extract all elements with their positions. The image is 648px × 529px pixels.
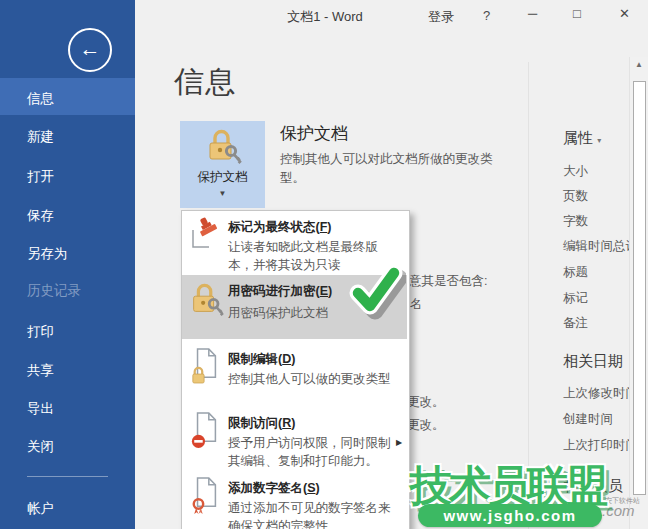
vertical-scrollbar[interactable]: ▲ bbox=[629, 57, 648, 529]
menu-title-text: ) bbox=[327, 220, 331, 234]
minimize-icon[interactable]: ─ bbox=[528, 6, 537, 21]
sidebar-item-save[interactable]: 保存 bbox=[27, 207, 54, 225]
scrollbar-up-arrow-icon[interactable]: ▲ bbox=[630, 60, 648, 69]
property-label-size: 大小 bbox=[563, 163, 588, 180]
maximize-icon[interactable]: □ bbox=[573, 6, 581, 21]
menu-desc: 本，并将其设为只读 bbox=[228, 257, 341, 274]
menu-desc: 其编辑、复制和打印能力。 bbox=[228, 453, 378, 470]
backstage-sidebar: ← 信息 新建 打开 保存 另存为 历史记录 打印 共享 导出 关闭 帐户 bbox=[0, 0, 135, 529]
menu-title-text: 限制访问( bbox=[228, 416, 282, 430]
property-label-edit-time: 编辑时间总计 bbox=[563, 238, 638, 255]
sidebar-divider bbox=[27, 476, 108, 477]
window-title: 文档1 - Word bbox=[287, 8, 363, 26]
property-label-comments: 备注 bbox=[563, 315, 588, 332]
menu-desc: 通过添加不可见的数字签名来 bbox=[228, 500, 391, 517]
property-label-printed: 上次打印时间 bbox=[563, 437, 638, 454]
secondary-watermark-domain: .com bbox=[602, 502, 635, 519]
property-label-tags: 标记 bbox=[563, 290, 588, 307]
document-lock-icon bbox=[190, 347, 222, 391]
green-checkmark-icon bbox=[344, 262, 406, 326]
menu-title-text: ) bbox=[316, 481, 320, 495]
protect-document-menu: 标记为最终状态(F) 让读者知晓此文档是最终版 本，并将其设为只读 用密码进行加… bbox=[181, 210, 410, 529]
stamp-icon bbox=[190, 217, 222, 253]
menu-desc: 授予用户访问权限，同时限制 bbox=[228, 435, 391, 452]
property-label-words: 字数 bbox=[563, 213, 588, 230]
sidebar-item-saveas[interactable]: 另存为 bbox=[27, 245, 68, 263]
menu-desc: 确保文档的完整性 bbox=[228, 518, 328, 529]
menu-title-text: 限制编辑( bbox=[228, 352, 282, 366]
menu-item-restrict-access[interactable]: 限制访问(R) 授予用户访问权限，同时限制 ▶ 其编辑、复制和打印能力。 bbox=[182, 407, 407, 473]
close-icon[interactable]: ✕ bbox=[619, 6, 630, 21]
sidebar-item-history: 历史记录 bbox=[27, 282, 81, 300]
submenu-arrow-icon: ▶ bbox=[396, 438, 402, 447]
background-fragment-name: 名 bbox=[410, 296, 423, 313]
watermark-url-pill: www.jsgho.com bbox=[418, 504, 602, 527]
sidebar-item-info-highlight[interactable] bbox=[0, 78, 135, 115]
sidebar-item-close-doc[interactable]: 关闭 bbox=[27, 438, 54, 456]
menu-desc: 用密码保护此文档 bbox=[228, 305, 328, 322]
word-backstage-window: 文档1 - Word 登录 ? ─ □ ✕ ← 信息 新建 打开 保存 另存为 … bbox=[0, 0, 648, 529]
protect-section-desc-line1: 控制其他人可以对此文档所做的更改类 bbox=[280, 150, 493, 169]
background-fragment-changes2: 更改。 bbox=[407, 417, 445, 434]
menu-desc: 控制其他人可以做的更改类型 bbox=[228, 371, 391, 388]
access-key: E bbox=[320, 284, 328, 298]
scrollbar-thumb[interactable] bbox=[633, 81, 646, 495]
sign-in-button[interactable]: 登录 bbox=[428, 8, 454, 26]
lock-key-icon bbox=[204, 127, 242, 171]
document-restrict-icon bbox=[190, 411, 222, 455]
lock-key-icon bbox=[187, 281, 225, 323]
menu-item-restrict-editing[interactable]: 限制编辑(D) 控制其他人可以做的更改类型 bbox=[182, 343, 407, 405]
property-label-modified: 上次修改时间 bbox=[563, 385, 638, 402]
property-label-title: 标题 bbox=[563, 264, 588, 281]
document-signature-icon bbox=[190, 476, 222, 520]
protect-button-label: 保护文档 bbox=[180, 169, 265, 186]
menu-title-text: ) bbox=[291, 352, 295, 366]
menu-desc: 让读者知晓此文档是最终版 bbox=[228, 239, 378, 256]
sidebar-item-open[interactable]: 打开 bbox=[27, 168, 54, 186]
menu-item-add-digital-signature[interactable]: 添加数字签名(S) 通过添加不可见的数字签名来 确保文档的完整性 bbox=[182, 473, 407, 529]
page-title: 信息 bbox=[174, 62, 236, 103]
menu-title-text: ) bbox=[328, 284, 332, 298]
access-key: S bbox=[307, 481, 315, 495]
related-dates-header: 相关日期 bbox=[563, 352, 623, 371]
menu-title-text: ) bbox=[291, 416, 295, 430]
properties-header-label: 属性 bbox=[563, 129, 593, 146]
sidebar-item-export[interactable]: 导出 bbox=[27, 400, 54, 418]
sidebar-item-info[interactable]: 信息 bbox=[27, 90, 54, 108]
chevron-down-icon: ▾ bbox=[597, 136, 601, 145]
sidebar-item-print[interactable]: 打印 bbox=[27, 323, 54, 341]
background-fragment-changes1: 更改。 bbox=[407, 394, 445, 411]
help-icon[interactable]: ? bbox=[483, 8, 490, 23]
menu-title-text: 用密码进行加密( bbox=[228, 284, 320, 298]
sidebar-item-share[interactable]: 共享 bbox=[27, 362, 54, 380]
properties-header[interactable]: 属性 ▾ bbox=[563, 129, 601, 148]
sidebar-item-account[interactable]: 帐户 bbox=[27, 500, 54, 518]
access-key: D bbox=[282, 352, 291, 366]
property-label-pages: 页数 bbox=[563, 188, 588, 205]
sidebar-item-new[interactable]: 新建 bbox=[27, 128, 54, 146]
menu-title-text: 添加数字签名( bbox=[228, 481, 307, 495]
protect-section-desc-line2: 型。 bbox=[280, 169, 305, 188]
access-key: R bbox=[282, 416, 291, 430]
property-label-created: 创建时间 bbox=[563, 411, 613, 428]
menu-title-text: 标记为最终状态( bbox=[228, 220, 320, 234]
chevron-down-icon: ▼ bbox=[180, 189, 265, 198]
back-arrow-button[interactable]: ← bbox=[68, 28, 112, 72]
protect-document-button[interactable]: 保护文档 ▼ bbox=[180, 121, 265, 208]
protect-section-title: 保护文档 bbox=[280, 122, 348, 145]
background-fragment-contains: 意其是否包含: bbox=[409, 273, 487, 290]
